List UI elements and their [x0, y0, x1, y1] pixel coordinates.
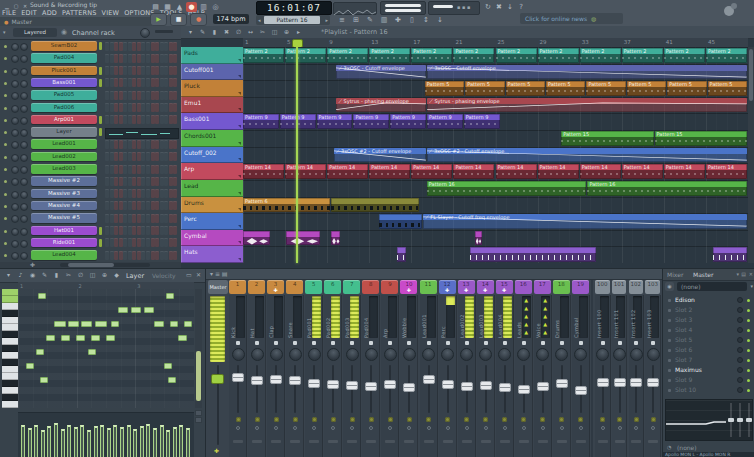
step-button[interactable] [128, 66, 132, 75]
mixer-track-tab[interactable]: 102 [629, 280, 644, 294]
countdown-icon[interactable]: ● [186, 2, 197, 12]
step-button[interactable] [151, 115, 155, 124]
slot-enable-led[interactable] [747, 329, 750, 332]
volume-fader[interactable] [630, 378, 642, 387]
step-button[interactable] [105, 189, 109, 198]
step-button[interactable] [123, 115, 127, 124]
channel-button[interactable]: Lead004 [31, 250, 97, 260]
step-button[interactable] [173, 152, 177, 161]
step-button[interactable] [173, 251, 177, 260]
channel-pan-knob[interactable] [11, 178, 19, 186]
rack-menu-icon[interactable]: ▾ [3, 29, 6, 35]
slice-tool-icon[interactable]: ✂ [63, 270, 74, 280]
velocity-bar[interactable] [94, 426, 98, 457]
step-button[interactable] [173, 103, 177, 112]
slot-mix-knob[interactable] [737, 357, 743, 363]
pan-knob[interactable] [647, 348, 660, 361]
channel-enable-led[interactable] [4, 156, 7, 159]
step-button[interactable] [160, 251, 164, 260]
step-button[interactable] [155, 177, 159, 186]
plugin-wheel-icon[interactable]: ◉ [665, 282, 674, 291]
clip-audio[interactable] [331, 231, 340, 246]
piano-key[interactable] [2, 380, 18, 387]
record-button[interactable]: ● [190, 13, 207, 26]
slot-mix-knob[interactable] [737, 377, 743, 383]
step-button[interactable] [155, 226, 159, 235]
clip-notes[interactable]: Pattern 9 [427, 114, 463, 129]
clip-notes[interactable]: Pattern 2 [538, 48, 579, 63]
channel-pan-knob[interactable] [11, 228, 19, 236]
piano-key[interactable] [2, 366, 18, 373]
smart-disable-icon[interactable]: ≡ [336, 15, 348, 25]
step-button[interactable] [105, 103, 109, 112]
clip-notes[interactable]: Pattern 9 [390, 114, 426, 129]
step-button[interactable] [146, 140, 150, 149]
menu-view[interactable]: VIEW [102, 9, 120, 17]
mute-dot[interactable] [236, 341, 240, 345]
channel-pan-knob[interactable] [11, 154, 19, 162]
step-button[interactable] [141, 103, 145, 112]
midi-note[interactable] [184, 321, 192, 327]
mixer-strip[interactable]: Insert 100 [595, 295, 611, 457]
step-button[interactable] [119, 115, 123, 124]
step-button[interactable] [146, 238, 150, 247]
mixer-strip[interactable]: Insert 102 [629, 295, 645, 457]
piano-key[interactable] [2, 394, 18, 401]
step-button[interactable] [110, 226, 114, 235]
clip-automation[interactable]: ⟋ FL Slayer - Cutoff freq envelope [423, 214, 747, 229]
volume-fader[interactable] [499, 383, 511, 392]
link-dot[interactable] [388, 426, 392, 430]
volume-fader[interactable] [289, 376, 301, 385]
step-button[interactable] [110, 238, 114, 247]
mixer-strip[interactable]: Pad001 [305, 295, 323, 457]
stereo-sep-knob[interactable] [331, 417, 336, 422]
step-button[interactable] [164, 103, 168, 112]
step-button[interactable] [123, 42, 127, 51]
link-dot[interactable] [255, 426, 259, 430]
step-button[interactable] [160, 78, 164, 87]
step-button[interactable] [119, 78, 123, 87]
mixer-track-tab[interactable]: 4 [286, 280, 303, 294]
step-button[interactable] [155, 103, 159, 112]
step-button[interactable] [137, 238, 141, 247]
step-button[interactable] [119, 54, 123, 63]
channel-enable-led[interactable] [4, 45, 7, 48]
velocity-bar[interactable] [173, 427, 177, 457]
channel-button[interactable]: Massive #2 [31, 176, 97, 186]
step-button[interactable] [151, 251, 155, 260]
stereo-sep-knob[interactable] [634, 417, 639, 422]
step-button[interactable] [151, 214, 155, 223]
step-button[interactable] [164, 238, 168, 247]
step-button[interactable] [105, 66, 109, 75]
mute-dot[interactable] [274, 341, 278, 345]
link-dot[interactable] [274, 426, 278, 430]
midi-note[interactable] [40, 377, 48, 383]
paint-tool-icon[interactable]: ▮ [51, 270, 62, 280]
clip-notes[interactable]: Pattern 14 [411, 164, 452, 179]
step-button[interactable] [119, 214, 123, 223]
clip-automation[interactable]: ⟋ 3xOSC - Cutoff envelope [427, 65, 747, 80]
step-button[interactable] [160, 214, 164, 223]
channel-volume-knob[interactable] [20, 105, 28, 113]
channel-button[interactable]: Lead003 [31, 164, 97, 174]
channel-pan-knob[interactable] [11, 117, 19, 125]
menu-patterns[interactable]: PATTERNS [62, 9, 96, 17]
step-button[interactable] [146, 189, 150, 198]
stereo-sep-knob[interactable] [578, 417, 583, 422]
mixer-strip[interactable]: Lead002 [458, 295, 476, 457]
step-button[interactable] [123, 226, 127, 235]
step-button[interactable] [160, 91, 164, 100]
mute-dot[interactable] [522, 341, 526, 345]
step-button[interactable] [169, 152, 173, 161]
step-button[interactable] [169, 226, 173, 235]
step-button[interactable] [119, 91, 123, 100]
step-button[interactable] [128, 251, 132, 260]
slot-mix-knob[interactable] [737, 387, 743, 393]
stop-button[interactable]: ■ [170, 13, 187, 26]
step-button[interactable] [128, 91, 132, 100]
step-button[interactable] [151, 91, 155, 100]
mixer-master-strip[interactable]: Master✚ [207, 269, 229, 457]
group-filter-dropdown[interactable]: Layered [13, 28, 57, 37]
clip-automation[interactable]: ⟋ 3xOSC #2 - Cutoff envelope [427, 148, 747, 163]
channel-volume-knob[interactable] [20, 178, 28, 186]
